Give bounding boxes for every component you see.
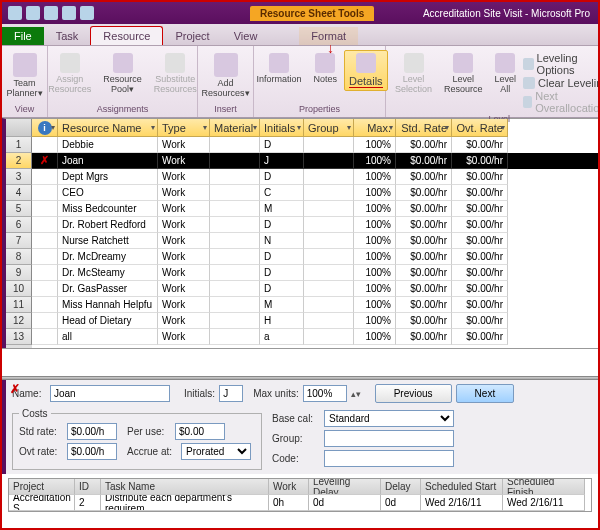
col-indicator[interactable]: i▾ [32,119,58,137]
ovt-rate-input[interactable] [67,443,117,460]
assign-resources-button[interactable]: Assign Resources [43,50,96,98]
col-std-rate[interactable]: Std. Rate▾ [396,119,452,137]
cell-initials: D [260,169,304,185]
resource-row[interactable]: Dr. Robert Redford Work D 100% $0.00/hr … [32,217,598,233]
tcol-work[interactable]: Work [269,479,309,495]
cell-initials: D [260,217,304,233]
cell-name: Dr. McDreamy [58,249,158,265]
substitute-resources-button[interactable]: Substitute Resources [149,50,202,98]
col-ovt-rate[interactable]: Ovt. Rate▾ [452,119,508,137]
row-header[interactable]: 1 [6,137,32,153]
resource-pool-button[interactable]: Resource Pool▾ [98,50,147,98]
previous-button[interactable]: Previous [375,384,452,403]
maxunits-stepper[interactable]: ▴▾ [351,389,361,399]
per-use-input[interactable] [175,423,225,440]
cell-std-rate: $0.00/hr [396,217,452,233]
resource-row[interactable]: Dr. GasPasser Work D 100% $0.00/hr $0.00… [32,281,598,297]
cell-indicator [32,137,58,153]
add-resources-button[interactable]: Add Resources▾ [196,50,254,102]
tcol-taskname[interactable]: Task Name [101,479,269,495]
level-all-button[interactable]: Level All [490,50,522,98]
tcol-project[interactable]: Project [9,479,75,495]
cell-max: 100% [354,329,396,345]
team-planner-button[interactable]: Team Planner▾ [1,50,47,102]
leveling-options-button[interactable]: Leveling Options [523,52,600,76]
qat-dropdown-icon[interactable] [80,6,94,20]
information-icon [269,53,289,73]
save-icon[interactable] [8,6,22,20]
resource-row[interactable]: Miss Bedcounter Work M 100% $0.00/hr $0.… [32,201,598,217]
cell-group [304,217,354,233]
tcol-delay[interactable]: Delay [381,479,421,495]
row-header[interactable]: 9 [6,265,32,281]
next-button[interactable]: Next [456,384,515,403]
resource-tab[interactable]: Resource [90,26,163,45]
col-group[interactable]: Group▾ [304,119,354,137]
row-header[interactable]: 10 [6,281,32,297]
resource-row[interactable]: all Work a 100% $0.00/hr $0.00/hr [32,329,598,345]
information-button[interactable]: Information [251,50,306,88]
tcol-id[interactable]: ID [75,479,101,495]
file-tab[interactable]: File [2,27,44,45]
cell-max: 100% [354,185,396,201]
task-tab[interactable]: Task [44,27,91,45]
row-header[interactable]: 6 [6,217,32,233]
level-resource-icon [453,53,473,73]
cell-initials: C [260,185,304,201]
accrue-select[interactable]: Prorated [181,443,251,460]
maxunits-input[interactable] [303,385,347,402]
resource-row[interactable]: Dr. McDreamy Work D 100% $0.00/hr $0.00/… [32,249,598,265]
resource-row[interactable]: Head of Dietary Work H 100% $0.00/hr $0.… [32,313,598,329]
resource-row[interactable]: Dr. McSteamy Work D 100% $0.00/hr $0.00/… [32,265,598,281]
resource-row[interactable]: Miss Hannah Helpfu Work M 100% $0.00/hr … [32,297,598,313]
basecal-select[interactable]: Standard [324,410,454,427]
level-resource-button[interactable]: Level Resource [439,50,488,98]
level-selection-button[interactable]: Level Selection [390,50,437,98]
assignments-group: Assign Resources Resource Pool▾ Substitu… [48,46,198,117]
project-tab[interactable]: Project [163,27,221,45]
row-header[interactable]: 3 [6,169,32,185]
std-rate-input[interactable] [67,423,117,440]
tcol-scheduled-start[interactable]: Scheduled Start [421,479,503,495]
undo-icon[interactable] [26,6,40,20]
col-initials[interactable]: Initials▾ [260,119,304,137]
row-header[interactable]: 4 [6,185,32,201]
redo-icon[interactable] [44,6,58,20]
select-all-cell[interactable] [6,119,32,137]
resource-row[interactable]: Nurse Ratchett Work N 100% $0.00/hr $0.0… [32,233,598,249]
view-tab[interactable]: View [222,27,270,45]
col-type[interactable]: Type▾ [158,119,210,137]
group-input[interactable] [324,430,454,447]
col-resource-name[interactable]: Resource Name▾ [58,119,158,137]
name-input[interactable] [50,385,170,402]
row-header[interactable]: 11 [6,297,32,313]
resource-row[interactable]: ✗ Joan Work J 100% $0.00/hr $0.00/hr [32,153,598,169]
cell-material [210,217,260,233]
resource-row[interactable]: CEO Work C 100% $0.00/hr $0.00/hr [32,185,598,201]
row-header[interactable]: 12 [6,313,32,329]
resource-row[interactable]: Dept Mgrs Work D 100% $0.00/hr $0.00/hr [32,169,598,185]
clear-leveling-button[interactable]: Clear Leveling [523,77,600,89]
tcol-scheduled-finish[interactable]: Scheduled Finish [503,479,585,495]
row-header[interactable]: 5 [6,201,32,217]
cell-type: Work [158,281,210,297]
col-max[interactable]: Max.▾ [354,119,396,137]
initials-input[interactable] [219,385,243,402]
col-material[interactable]: Material▾ [210,119,260,137]
assign-icon [60,53,80,73]
row-header[interactable]: 2 [6,153,32,169]
row-header[interactable]: 8 [6,249,32,265]
details-icon [356,53,376,73]
resource-row[interactable]: Debbie Work D 100% $0.00/hr $0.00/hr [32,137,598,153]
row-header[interactable]: 13 [6,329,32,345]
details-button[interactable]: Details [344,50,388,91]
tcol-leveling-delay[interactable]: Leveling Delay [309,479,381,495]
task-row[interactable]: Accreditation S 2 Distribute each depart… [9,495,591,511]
row-header[interactable]: 7 [6,233,32,249]
grid-empty-area[interactable] [2,348,598,376]
notes-button[interactable]: Notes [308,50,342,88]
next-overallocation-button[interactable]: Next Overallocation [523,90,600,114]
code-input[interactable] [324,450,454,467]
resource-sheet-grid: 12345678910111213 i▾ Resource Name▾ Type… [2,118,598,348]
qat-icon[interactable] [62,6,76,20]
